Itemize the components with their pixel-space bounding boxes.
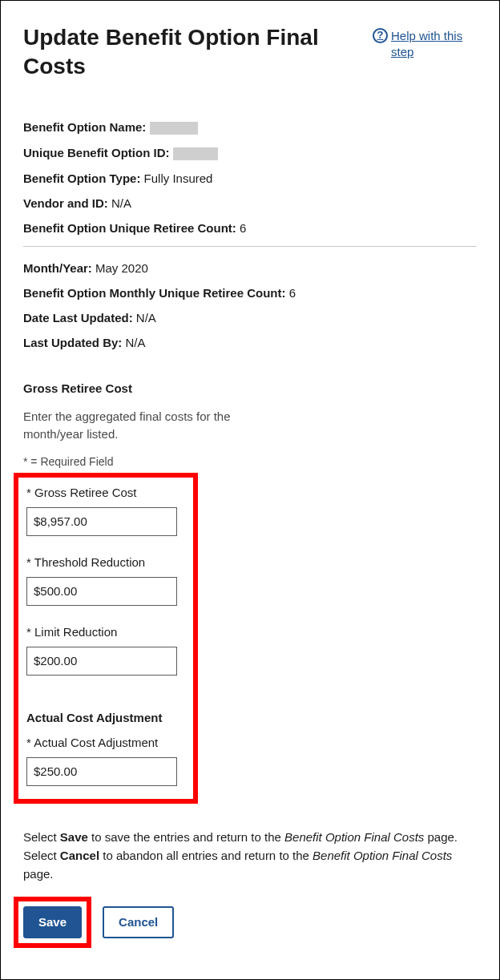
page-title: Update Benefit Option Final Costs <box>23 23 360 82</box>
actual-label: * Actual Cost Adjustment <box>26 736 185 749</box>
gross-cost-input[interactable] <box>26 507 177 536</box>
info-row: Vendor and ID: N/A <box>23 196 477 210</box>
footnote-part: to abandon all entries and return to the <box>99 849 312 862</box>
help-link-text: Help with this step <box>391 28 477 59</box>
date-updated-label: Date Last Updated: <box>23 311 133 325</box>
actions-row: Save Cancel <box>23 897 477 948</box>
limit-input[interactable] <box>26 647 177 676</box>
retiree-count-label: Benefit Option Unique Retiree Count: <box>23 221 236 235</box>
required-field-note: * = Required Field <box>23 455 477 468</box>
info-row: Benefit Option Type: Fully Insured <box>23 171 477 185</box>
save-button[interactable]: Save <box>23 906 82 938</box>
cancel-button[interactable]: Cancel <box>103 906 174 938</box>
gross-retiree-cost-title: Gross Retiree Cost <box>23 381 477 395</box>
vendor-value: N/A <box>111 196 131 210</box>
info-row: Month/Year: May 2020 <box>23 261 477 275</box>
info-row: Benefit Option Monthly Unique Retiree Co… <box>23 286 477 300</box>
footnote-italic: Benefit Option Final Costs <box>312 849 452 862</box>
actual-input[interactable] <box>26 757 177 786</box>
month-year-value: May 2020 <box>95 261 148 275</box>
save-highlight-box: Save <box>14 897 91 948</box>
field-group: * Threshold Reduction <box>26 555 185 606</box>
info-row: Date Last Updated: N/A <box>23 311 477 325</box>
divider <box>23 246 477 247</box>
footnote-save-bold: Save <box>60 830 88 844</box>
footnote-part: to save the entries and return to the <box>88 830 284 844</box>
page-container: Update Benefit Option Final Costs ? Help… <box>0 0 500 980</box>
footnote-text: Select Save to save the entries and retu… <box>23 828 480 884</box>
header-row: Update Benefit Option Final Costs ? Help… <box>23 23 477 101</box>
field-group: * Limit Reduction <box>26 625 185 676</box>
retiree-count-value: 6 <box>240 221 246 235</box>
gross-retiree-cost-desc: Enter the aggregated final costs for the… <box>23 408 256 444</box>
footnote-part: Select <box>23 830 60 844</box>
gross-cost-label: * Gross Retiree Cost <box>26 486 185 499</box>
threshold-label: * Threshold Reduction <box>26 555 185 569</box>
benefit-type-value: Fully Insured <box>144 171 213 185</box>
field-group: * Gross Retiree Cost <box>26 486 185 536</box>
actual-cost-adjustment-title: Actual Cost Adjustment <box>26 711 185 724</box>
benefit-id-label: Unique Benefit Option ID: <box>23 146 169 159</box>
info-row: Benefit Option Unique Retiree Count: 6 <box>23 221 477 235</box>
footnote-italic: Benefit Option Final Costs <box>284 830 424 844</box>
benefit-name-value-redacted <box>150 122 198 135</box>
benefit-name-label: Benefit Option Name: <box>23 120 146 134</box>
updated-by-value: N/A <box>126 336 146 349</box>
info-row: Benefit Option Name: <box>23 120 477 135</box>
benefit-id-value-redacted <box>173 147 218 160</box>
date-updated-value: N/A <box>136 311 156 325</box>
help-link[interactable]: ? Help with this step <box>373 28 477 59</box>
footnote-cancel-bold: Cancel <box>60 849 99 862</box>
fields-highlight-box: * Gross Retiree Cost * Threshold Reducti… <box>14 473 198 804</box>
month-year-label: Month/Year: <box>23 261 92 275</box>
footnote-part: page. <box>23 867 54 881</box>
info-row: Unique Benefit Option ID: <box>23 146 477 160</box>
vendor-label: Vendor and ID: <box>23 196 108 210</box>
benefit-info-block-2: Month/Year: May 2020 Benefit Option Mont… <box>23 261 477 349</box>
limit-label: * Limit Reduction <box>26 625 185 639</box>
monthly-count-label: Benefit Option Monthly Unique Retiree Co… <box>23 286 285 300</box>
monthly-count-value: 6 <box>289 286 296 300</box>
field-group: * Actual Cost Adjustment <box>26 736 185 786</box>
updated-by-label: Last Updated By: <box>23 336 122 349</box>
benefit-info-block-1: Benefit Option Name: Unique Benefit Opti… <box>23 120 477 235</box>
help-icon: ? <box>373 28 388 43</box>
benefit-type-label: Benefit Option Type: <box>23 171 140 185</box>
threshold-input[interactable] <box>26 577 177 606</box>
info-row: Last Updated By: N/A <box>23 336 477 349</box>
